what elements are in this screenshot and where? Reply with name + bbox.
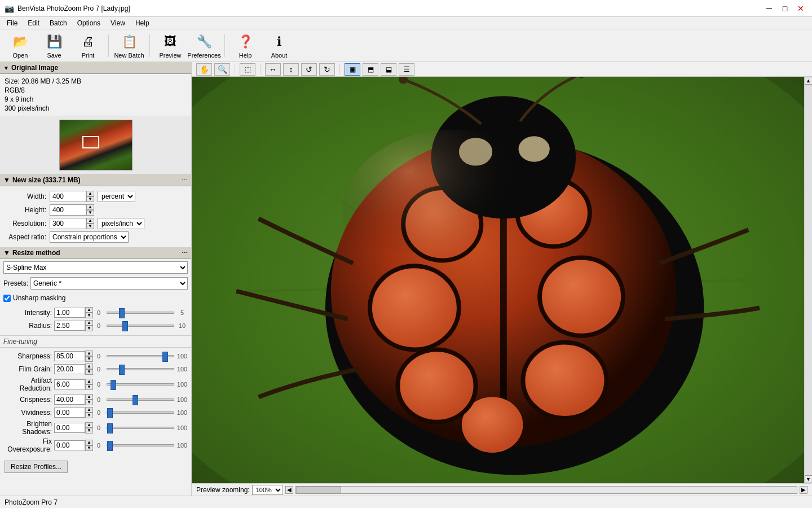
menu-edit[interactable]: Edit (23, 18, 44, 28)
res-unit-select[interactable]: pixels/inch pixels/cm (98, 218, 144, 229)
unit-select[interactable]: percent pixels inches cm mm (98, 191, 135, 202)
method-select[interactable]: S-Spline Max S-Spline XL S-Spline Lanczo… (3, 261, 188, 274)
crispness-track[interactable] (107, 398, 174, 401)
resolution-up-btn[interactable]: ▲ (86, 218, 94, 224)
save-button[interactable]: 💾 Save (38, 32, 70, 60)
hand-tool-button[interactable]: ✋ (196, 63, 212, 76)
original-image-header[interactable]: ▼ Original Image (0, 62, 191, 74)
preview-button[interactable]: 🖼 Preview (155, 32, 186, 60)
radius-track[interactable] (107, 325, 174, 327)
help-button[interactable]: ❓ Help (230, 32, 261, 60)
rotate-cw-button[interactable]: ↻ (319, 63, 335, 76)
menu-batch[interactable]: Batch (45, 18, 72, 28)
radius-up-btn[interactable]: ▲ (85, 320, 93, 326)
image-view[interactable]: ▲ ▼ (192, 77, 812, 483)
height-input[interactable] (50, 204, 86, 216)
width-up-btn[interactable]: ▲ (86, 191, 94, 196)
fix-overexposure-down-btn[interactable]: ▼ (85, 445, 93, 451)
brighten-shadows-up-btn[interactable]: ▲ (85, 422, 93, 428)
maximize-button[interactable]: □ (778, 3, 792, 14)
artifact-reduction-down-btn[interactable]: ▼ (85, 384, 93, 390)
close-button[interactable]: ✕ (794, 3, 807, 14)
sharpness-up-btn[interactable]: ▲ (85, 351, 93, 356)
vertical-scrollbar[interactable]: ▲ ▼ (804, 77, 812, 483)
scroll-left-button[interactable]: ◀ (285, 486, 293, 494)
intensity-input[interactable] (54, 308, 85, 318)
intensity-down-btn[interactable]: ▼ (85, 313, 93, 318)
film-grain-thumb[interactable] (119, 365, 125, 375)
crispness-up-btn[interactable]: ▲ (85, 394, 93, 400)
crispness-thumb[interactable] (133, 395, 138, 405)
titlebar-controls[interactable]: ─ □ ✕ (762, 3, 807, 14)
brighten-shadows-input[interactable] (54, 423, 85, 433)
flip-h-button[interactable]: ↔ (265, 63, 281, 76)
width-input[interactable] (50, 191, 86, 202)
scroll-right-button[interactable]: ▶ (800, 486, 807, 494)
vividness-down-btn[interactable]: ▼ (85, 413, 93, 418)
presets-select[interactable]: Generic * Generic Photo Text Art (30, 277, 188, 290)
new-batch-button[interactable]: 📋 New Batch (113, 32, 145, 60)
resize-method-header[interactable]: ▼ Resize method ⋯ (0, 247, 191, 259)
rotate-ccw-button[interactable]: ↺ (301, 63, 317, 76)
intensity-up-btn[interactable]: ▲ (85, 307, 93, 313)
menu-view[interactable]: View (106, 18, 130, 28)
film-grain-track[interactable] (107, 368, 174, 370)
radius-thumb[interactable] (122, 321, 128, 331)
film-grain-down-btn[interactable]: ▼ (85, 369, 93, 375)
horizontal-scrollbar[interactable] (295, 486, 797, 494)
preferences-button[interactable]: 🔧 Preferences (188, 32, 220, 60)
resolution-down-btn[interactable]: ▼ (86, 224, 94, 229)
sharpness-input[interactable] (54, 351, 85, 361)
fix-overexposure-up-btn[interactable]: ▲ (85, 440, 93, 445)
resolution-input[interactable] (50, 218, 86, 229)
radius-input[interactable] (54, 321, 85, 331)
artifact-reduction-input[interactable] (54, 379, 85, 389)
fix-overexposure-track[interactable] (107, 444, 174, 446)
intensity-thumb[interactable] (119, 308, 125, 318)
fix-overexposure-thumb[interactable] (107, 441, 113, 451)
unsharp-checkbox[interactable] (3, 295, 11, 302)
crispness-input[interactable] (54, 395, 85, 405)
sharpness-thumb[interactable] (162, 352, 168, 362)
vividness-track[interactable] (107, 411, 174, 414)
about-button[interactable]: ℹ About (263, 32, 295, 60)
artifact-reduction-track[interactable] (107, 383, 174, 386)
new-size-options-btn[interactable]: ⋯ (182, 177, 188, 184)
single-view-button[interactable]: ▣ (345, 63, 360, 76)
crop-button[interactable]: ⬚ (240, 63, 255, 76)
brighten-shadows-thumb[interactable] (107, 423, 113, 433)
resize-method-options[interactable]: ⋯ (182, 249, 188, 257)
vividness-thumb[interactable] (107, 408, 113, 418)
compare-button[interactable]: ☰ (399, 63, 414, 76)
scroll-track[interactable] (805, 85, 812, 475)
fix-overexposure-input[interactable] (54, 440, 85, 450)
aspect-select[interactable]: Constrain proportions Free Original (50, 231, 129, 243)
scroll-down-button[interactable]: ▼ (805, 475, 813, 483)
menu-help[interactable]: Help (131, 18, 154, 28)
brighten-shadows-track[interactable] (107, 427, 174, 429)
radius-down-btn[interactable]: ▼ (85, 326, 93, 331)
brighten-shadows-down-btn[interactable]: ▼ (85, 428, 93, 433)
menu-file[interactable]: File (2, 18, 22, 28)
vividness-input[interactable] (54, 408, 85, 418)
height-up-btn[interactable]: ▲ (86, 204, 94, 210)
sharpness-down-btn[interactable]: ▼ (85, 356, 93, 362)
scroll-up-button[interactable]: ▲ (805, 77, 813, 85)
flip-v-button[interactable]: ↕ (283, 63, 299, 76)
open-button[interactable]: 📂 Open (5, 32, 36, 60)
sharpness-track[interactable] (107, 355, 174, 357)
split-h-button[interactable]: ⬓ (381, 63, 396, 76)
resize-profiles-button[interactable]: Resize Profiles... (5, 461, 68, 473)
intensity-track[interactable] (107, 312, 174, 314)
width-down-btn[interactable]: ▼ (86, 196, 94, 202)
crispness-down-btn[interactable]: ▼ (85, 400, 93, 405)
artifact-reduction-thumb[interactable] (111, 380, 116, 390)
film-grain-input[interactable] (54, 364, 85, 374)
height-down-btn[interactable]: ▼ (86, 210, 94, 216)
split-v-button[interactable]: ⬒ (363, 63, 378, 76)
film-grain-up-btn[interactable]: ▲ (85, 364, 93, 369)
zoom-select-button[interactable]: 🔍 (214, 63, 230, 76)
h-scrollbar-thumb[interactable] (296, 487, 341, 493)
new-size-header[interactable]: ▼ New size (333.71 MB) ⋯ (0, 174, 191, 186)
minimize-button[interactable]: ─ (762, 3, 776, 14)
